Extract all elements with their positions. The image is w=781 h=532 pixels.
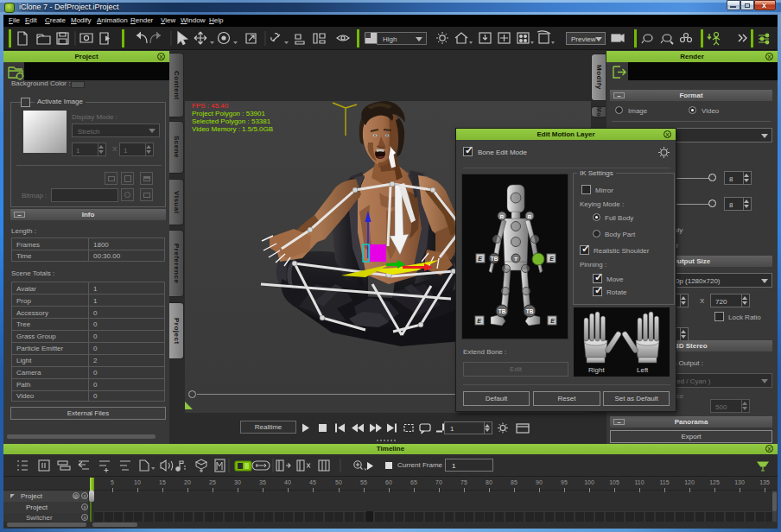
svg-text:TB: TB xyxy=(526,308,534,314)
svg-text:E: E xyxy=(550,318,555,324)
svg-text:E: E xyxy=(478,256,482,262)
svg-text:TB: TB xyxy=(498,308,506,314)
svg-text:R: R xyxy=(500,214,505,219)
svg-text:E: E xyxy=(549,256,554,262)
svg-text:R: R xyxy=(528,214,532,219)
svg-text:TB: TB xyxy=(491,256,498,262)
svg-text:E: E xyxy=(477,318,481,324)
svg-text:T: T xyxy=(514,256,517,262)
